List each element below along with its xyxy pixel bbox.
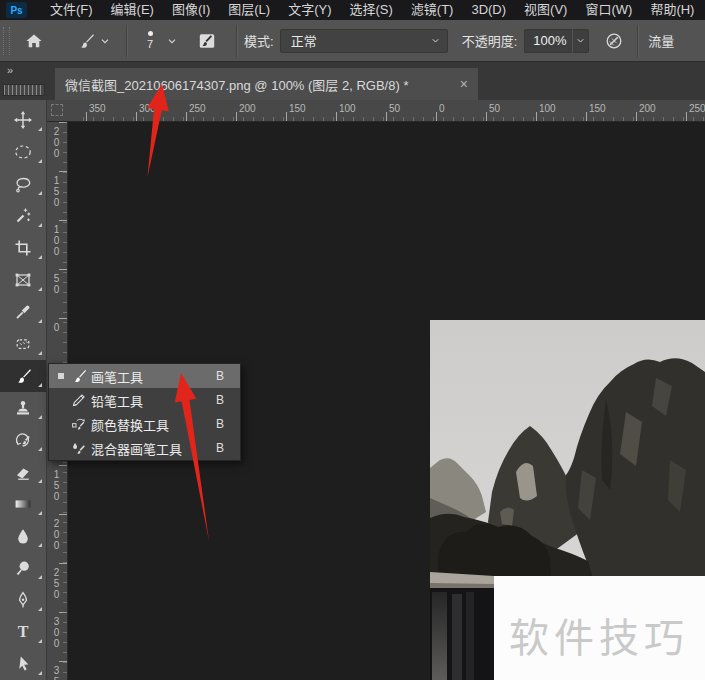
- menubar-item-3[interactable]: 图层(L): [219, 0, 279, 20]
- document-tab[interactable]: 微信截图_20210606174307.png @ 100% (图层 2, RG…: [55, 68, 478, 100]
- active-tool-indicator: [54, 373, 67, 379]
- h-ruler-label: 50: [389, 103, 400, 114]
- h-ruler-label: 0: [439, 103, 445, 114]
- h-ruler-tick: [436, 112, 437, 121]
- marquee-tool[interactable]: [0, 136, 46, 168]
- gradient-tool[interactable]: [0, 488, 46, 520]
- dodge-tool[interactable]: [0, 552, 46, 584]
- flyout-item-label: 颜色替换工具: [91, 415, 216, 434]
- flyout-item-label: 画笔工具: [91, 367, 216, 386]
- eraser-icon: [14, 463, 32, 481]
- path-select-icon: [14, 655, 32, 673]
- brush-preset-picker[interactable]: 7: [135, 31, 165, 50]
- move-tool[interactable]: [0, 104, 46, 136]
- menubar-item-8[interactable]: 视图(V): [515, 0, 576, 20]
- h-ruler-label: 200: [639, 103, 656, 114]
- opacity-chevron-icon[interactable]: [572, 29, 589, 53]
- flyout-item-1[interactable]: 铅笔工具B: [49, 388, 240, 412]
- flyout-item-shortcut: B: [216, 441, 240, 455]
- h-ruler-tick: [386, 112, 387, 121]
- v-ruler-tick: [59, 171, 67, 172]
- history-brush-tool[interactable]: [0, 424, 46, 456]
- v-ruler-tick: [59, 269, 67, 270]
- menubar-item-5[interactable]: 选择(S): [340, 0, 401, 20]
- tool-preset-button[interactable]: [74, 28, 98, 54]
- menubar-item-9[interactable]: 窗口(W): [576, 0, 641, 20]
- h-ruler-tick: [186, 112, 187, 121]
- h-ruler-tick: [136, 112, 137, 121]
- chevron-down-icon: [575, 35, 586, 46]
- horizontal-ruler[interactable]: 35030025020015010050050100150200250: [47, 100, 705, 122]
- options-bar-grip[interactable]: [3, 27, 10, 55]
- svg-text:T: T: [18, 623, 29, 640]
- v-ruler-tick: [59, 514, 67, 515]
- path-select-tool[interactable]: [0, 648, 46, 680]
- clone-stamp-tool[interactable]: [0, 392, 46, 424]
- v-ruler-tick: [59, 318, 67, 319]
- menubar-item-2[interactable]: 图像(I): [163, 0, 219, 20]
- pen-icon: [14, 591, 32, 609]
- frame-tool[interactable]: [0, 264, 46, 296]
- eraser-tool[interactable]: [0, 456, 46, 488]
- v-ruler-tick: [59, 612, 67, 613]
- flyout-item-shortcut: B: [216, 417, 240, 431]
- type-tool[interactable]: T: [0, 616, 46, 648]
- move-icon: [14, 111, 32, 129]
- v-ruler-label: 300: [51, 616, 61, 649]
- menubar-item-7[interactable]: 3D(D): [462, 0, 515, 20]
- home-button[interactable]: [22, 28, 46, 54]
- gradient-icon: [14, 495, 32, 513]
- h-ruler-label: 250: [689, 103, 705, 114]
- h-ruler-tick: [486, 112, 487, 121]
- v-ruler-label: 200: [51, 518, 61, 551]
- h-ruler-tick: [336, 112, 337, 121]
- flyout-item-2[interactable]: 颜色替换工具B: [49, 412, 240, 436]
- blur-tool[interactable]: [0, 520, 46, 552]
- tab-close-icon[interactable]: ×: [460, 77, 468, 91]
- eyedropper-icon: [14, 303, 32, 321]
- h-ruler-tick: [636, 112, 637, 121]
- lasso-tool[interactable]: [0, 168, 46, 200]
- tool-preset-chevron-icon[interactable]: [98, 28, 112, 54]
- lasso-icon: [14, 175, 32, 193]
- flyout-item-3[interactable]: 混合器画笔工具B: [49, 436, 240, 460]
- v-ruler-label: 350: [51, 665, 61, 680]
- v-ruler-tick: [59, 122, 67, 123]
- blend-mode-dropdown[interactable]: 正常: [280, 29, 448, 53]
- document-photo[interactable]: 软件技巧: [430, 320, 705, 680]
- pen-tool[interactable]: [0, 584, 46, 616]
- tools-panel: T: [0, 100, 47, 680]
- menubar-item-10[interactable]: 帮助(H): [641, 0, 703, 20]
- toolbar-drag-grip[interactable]: [3, 84, 45, 96]
- opacity-field[interactable]: 100%: [524, 29, 572, 53]
- brush-icon: [77, 32, 95, 50]
- chevron-down-icon: [99, 35, 111, 47]
- patch-icon: [14, 335, 32, 353]
- pressure-opacity-button[interactable]: [602, 28, 626, 54]
- stamp-icon: [14, 399, 32, 417]
- brush-tool[interactable]: [0, 360, 46, 392]
- menubar-item-6[interactable]: 滤镜(T): [402, 0, 463, 20]
- photo-rock-shade: [500, 507, 514, 526]
- crop-tool[interactable]: [0, 232, 46, 264]
- brush-size-value: 7: [147, 39, 153, 50]
- eyedropper-tool[interactable]: [0, 296, 46, 328]
- opacity-value: 100%: [533, 33, 566, 48]
- brush-panel-toggle-button[interactable]: [195, 28, 219, 54]
- magic-wand-tool[interactable]: [0, 200, 46, 232]
- v-ruler-label: 250: [51, 567, 61, 600]
- v-ruler-label: 0: [51, 322, 61, 333]
- menubar-item-1[interactable]: 编辑(E): [102, 0, 163, 20]
- h-ruler-tick: [86, 112, 87, 121]
- brush-preset-chevron-icon[interactable]: [165, 28, 179, 54]
- flyout-item-0[interactable]: 画笔工具B: [49, 364, 240, 388]
- h-ruler-label: 100: [339, 103, 356, 114]
- healing-patch-tool[interactable]: [0, 328, 46, 360]
- menubar-item-4[interactable]: 文字(Y): [279, 0, 340, 20]
- ruler-origin-corner[interactable]: [47, 100, 68, 122]
- toolbar-expand-button[interactable]: »: [7, 64, 12, 76]
- menubar-item-0[interactable]: 文件(F): [41, 0, 102, 20]
- v-ruler-tick: [59, 563, 67, 564]
- brush-tool-flyout-menu: 画笔工具B铅笔工具B颜色替换工具B混合器画笔工具B: [48, 363, 241, 461]
- menubar: Ps 文件(F)编辑(E)图像(I)图层(L)文字(Y)选择(S)滤镜(T)3D…: [0, 0, 705, 20]
